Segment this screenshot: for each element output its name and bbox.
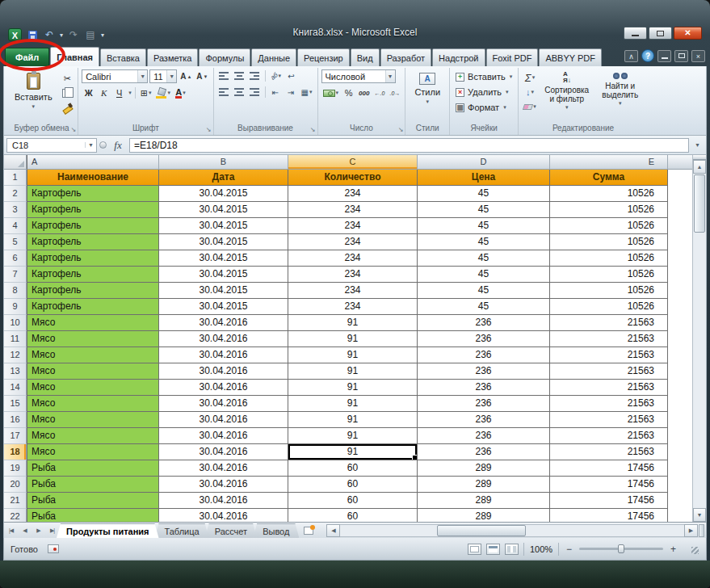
font-color-button[interactable]: А▾ (174, 86, 187, 99)
ribbon-tab-9[interactable]: Надстрой (432, 48, 485, 66)
page-layout-view-button[interactable] (486, 544, 500, 555)
normal-view-button[interactable] (468, 544, 481, 555)
copy-button[interactable]: ▾ (61, 86, 75, 99)
cell-A12[interactable]: Мясо (27, 347, 159, 363)
cell-E18[interactable]: 21563 (550, 444, 668, 460)
sheet-tab-3[interactable]: Рассчет (205, 523, 258, 538)
cell-A20[interactable]: Рыба (27, 477, 159, 493)
font-size-select[interactable]: 11 ▼ (149, 69, 177, 83)
row-header-10[interactable]: 10 (4, 315, 27, 331)
font-family-select[interactable]: Calibri ▼ (82, 69, 148, 83)
cell-E6[interactable]: 10526 (550, 250, 668, 267)
scroll-left-icon[interactable]: ◀ (326, 524, 340, 537)
ribbon-tab-7[interactable]: Вид (351, 48, 380, 66)
dialog-launcher-icon[interactable]: ↘ (398, 127, 404, 133)
insert-worksheet-button[interactable] (299, 523, 318, 538)
cell-D9[interactable]: 45 (418, 299, 550, 315)
dialog-launcher-icon[interactable]: ↘ (70, 127, 76, 133)
decrease-indent-button[interactable]: ⇤ (269, 86, 283, 99)
insert-cells-button[interactable]: + Вставить ▾ (453, 69, 515, 84)
cell-B21[interactable]: 30.04.2016 (159, 493, 288, 509)
cell-A14[interactable]: Мясо (27, 380, 159, 396)
accounting-format-button[interactable]: ▾ (321, 86, 341, 99)
cell-C20[interactable]: 60 (288, 477, 418, 493)
fill-color-button[interactable]: ▾ (154, 86, 172, 99)
merge-center-button[interactable]: ▦▾ (300, 86, 314, 99)
fill-button[interactable]: ↓▾ (522, 86, 538, 99)
cell-E3[interactable]: 10526 (550, 202, 668, 218)
row-header-18[interactable]: 18 (4, 444, 27, 460)
orientation-button[interactable]: аб▾ (269, 69, 283, 82)
format-cells-button[interactable]: ▦ Формат ▾ (453, 100, 509, 115)
cell-A18[interactable]: Мясо (27, 444, 159, 460)
maximize-button[interactable] (649, 27, 672, 40)
cell-A5[interactable]: Картофель (27, 234, 159, 250)
cell-D15[interactable]: 236 (418, 396, 550, 412)
next-sheet-button[interactable]: ▶ (32, 523, 45, 538)
cell-E4[interactable]: 10526 (550, 218, 668, 234)
cell-D13[interactable]: 236 (418, 363, 550, 380)
cell-D6[interactable]: 45 (418, 250, 550, 267)
cell-E9[interactable]: 10526 (550, 299, 668, 315)
workbook-minimize-icon[interactable] (657, 50, 671, 62)
row-header-9[interactable]: 9 (4, 299, 27, 315)
cell-E8[interactable]: 10526 (550, 283, 668, 299)
fx-button[interactable]: fx (109, 138, 127, 153)
cell-D14[interactable]: 236 (418, 380, 550, 396)
zoom-slider[interactable] (579, 548, 663, 550)
borders-button[interactable]: ⊞▾ (139, 86, 153, 99)
macro-record-icon[interactable] (48, 544, 59, 553)
cell-D4[interactable]: 45 (418, 218, 550, 234)
name-box[interactable]: C18 ▼ (6, 138, 97, 153)
cell-C9[interactable]: 234 (288, 299, 418, 315)
sheet-tab-4[interactable]: Вывод (253, 523, 299, 538)
cell-A16[interactable]: Мясо (27, 412, 159, 428)
header-cell-E1[interactable]: Сумма (550, 170, 668, 186)
ribbon-tab-8[interactable]: Разработ (380, 48, 431, 66)
sort-filter-button[interactable]: АЯ↓ Сортировка и фильтр ▾ (540, 69, 594, 110)
row-header-6[interactable]: 6 (4, 250, 27, 267)
cell-E14[interactable]: 21563 (550, 380, 668, 396)
cell-D2[interactable]: 45 (418, 186, 550, 202)
cell-C12[interactable]: 91 (288, 347, 418, 363)
row-header-13[interactable]: 13 (4, 363, 27, 380)
delete-cells-button[interactable]: × Удалить ▾ (453, 85, 511, 99)
vertical-scroll-thumb[interactable] (694, 174, 705, 233)
ribbon-tab-file[interactable]: Файл (5, 48, 49, 66)
column-header-B[interactable]: B (159, 155, 288, 170)
cell-A2[interactable]: Картофель (27, 186, 159, 202)
cell-D7[interactable]: 45 (418, 267, 550, 283)
cell-B3[interactable]: 30.04.2015 (159, 202, 288, 218)
cell-C14[interactable]: 91 (288, 380, 418, 396)
cell-E2[interactable]: 10526 (550, 186, 668, 202)
scroll-down-icon[interactable]: ▼ (693, 508, 706, 522)
cell-C22[interactable]: 60 (288, 509, 418, 522)
cell-D22[interactable]: 289 (418, 509, 550, 522)
cell-B11[interactable]: 30.04.2016 (159, 331, 288, 347)
cell-B9[interactable]: 30.04.2015 (159, 299, 288, 315)
increase-indent-button[interactable]: ⇥ (284, 86, 298, 99)
cell-C18[interactable]: 91 (288, 444, 418, 460)
underline-button[interactable]: Ч (112, 86, 126, 99)
cell-B12[interactable]: 30.04.2016 (159, 347, 288, 363)
cell-A15[interactable]: Мясо (27, 396, 159, 412)
cell-C16[interactable]: 91 (288, 412, 418, 428)
bold-button[interactable]: Ж (82, 86, 95, 99)
cell-A10[interactable]: Мясо (27, 315, 159, 331)
ribbon-tab-11[interactable]: ABBYY PDF (539, 48, 602, 66)
decrease-decimal-button[interactable]: .0→ (388, 86, 401, 99)
align-center-button[interactable] (233, 86, 246, 99)
paste-button[interactable]: Вставить ▾ (9, 69, 58, 111)
cell-B5[interactable]: 30.04.2015 (159, 234, 288, 250)
vertical-scrollbar[interactable]: ▲ ▼ (692, 155, 706, 522)
close-button[interactable]: ✕ (674, 27, 702, 40)
dialog-launcher-icon[interactable]: ↘ (310, 127, 316, 133)
find-select-button[interactable]: Найти и выделить ▾ (596, 69, 645, 106)
row-header-5[interactable]: 5 (4, 234, 27, 250)
cell-B15[interactable]: 30.04.2016 (159, 396, 288, 412)
cell-A19[interactable]: Рыба (27, 460, 159, 477)
row-header-22[interactable]: 22 (4, 509, 27, 522)
cell-B14[interactable]: 30.04.2016 (159, 380, 288, 396)
chevron-down-icon[interactable]: ▾ (128, 90, 132, 96)
cell-A17[interactable]: Мясо (27, 428, 159, 444)
